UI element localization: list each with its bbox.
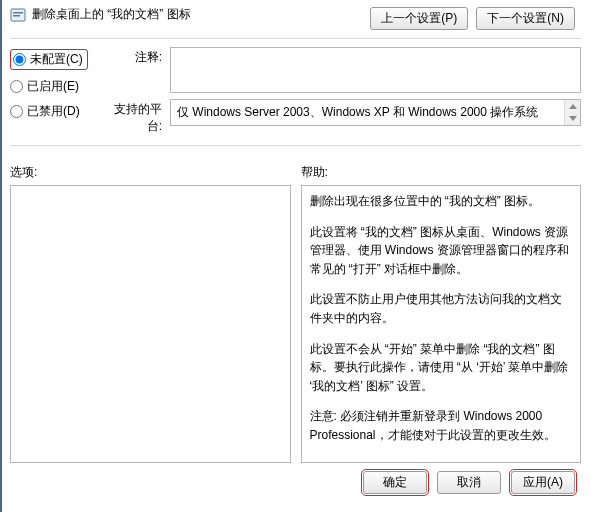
comment-label: 注释: bbox=[102, 47, 162, 93]
cancel-button[interactable]: 取消 bbox=[437, 471, 501, 494]
svg-rect-1 bbox=[13, 12, 23, 14]
ok-button[interactable]: 确定 bbox=[363, 471, 427, 494]
scrollbar-stub bbox=[564, 100, 580, 125]
help-paragraph: 此设置不防止用户使用其他方法访问我的文档文件夹中的内容。 bbox=[310, 290, 573, 327]
divider bbox=[10, 38, 581, 39]
options-panel bbox=[10, 185, 291, 463]
help-paragraph: 删除出现在很多位置中的 “我的文档” 图标。 bbox=[310, 192, 573, 211]
radio-disabled[interactable] bbox=[10, 105, 23, 118]
footer-buttons: 确定 取消 应用(A) bbox=[10, 471, 581, 494]
options-label: 选项: bbox=[10, 164, 291, 181]
radio-disabled-label: 已禁用(D) bbox=[27, 103, 80, 120]
radio-group: 未配置(C) 已启用(E) 已禁用(D) bbox=[10, 47, 90, 135]
svg-rect-2 bbox=[13, 15, 20, 17]
help-paragraph: 此设置不会从 “开始” 菜单中删除 “我的文档” 图标。要执行此操作，请使用 “… bbox=[310, 340, 573, 396]
radio-enabled[interactable] bbox=[10, 80, 23, 93]
supported-label: 支持的平台: bbox=[102, 99, 162, 135]
help-paragraph: 注意: 必须注销并重新登录到 Windows 2000 Professional… bbox=[310, 407, 573, 444]
help-paragraph: 此设置将 “我的文档” 图标从桌面、Windows 资源管理器、使用 Windo… bbox=[310, 223, 573, 279]
radio-not-configured-label: 未配置(C) bbox=[30, 51, 83, 68]
comment-textarea[interactable] bbox=[170, 47, 581, 93]
policy-icon bbox=[10, 7, 26, 23]
next-setting-button[interactable]: 下一个设置(N) bbox=[476, 7, 575, 30]
page-title: 删除桌面上的 “我的文档” 图标 bbox=[32, 6, 191, 23]
divider-2 bbox=[10, 145, 581, 146]
supported-platforms: 仅 Windows Server 2003、Windows XP 和 Windo… bbox=[170, 99, 581, 126]
help-panel[interactable]: 删除出现在很多位置中的 “我的文档” 图标。 此设置将 “我的文档” 图标从桌面… bbox=[301, 185, 582, 463]
radio-not-configured[interactable] bbox=[13, 53, 26, 66]
radio-enabled-label: 已启用(E) bbox=[27, 78, 79, 95]
help-label: 帮助: bbox=[301, 164, 582, 181]
supported-value: 仅 Windows Server 2003、Windows XP 和 Windo… bbox=[177, 105, 538, 119]
apply-button[interactable]: 应用(A) bbox=[511, 471, 575, 494]
prev-setting-button[interactable]: 上一个设置(P) bbox=[370, 7, 468, 30]
